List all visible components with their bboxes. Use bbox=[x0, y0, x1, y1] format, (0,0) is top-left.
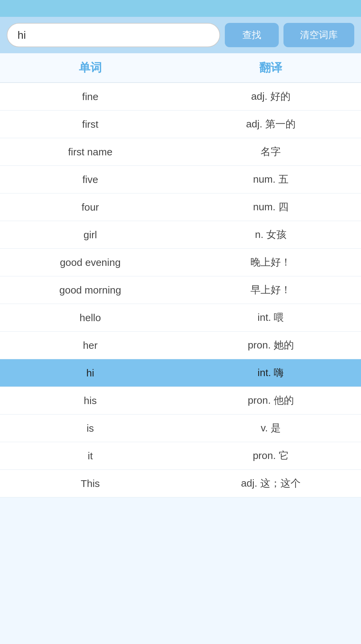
cell-translation: num. 五 bbox=[181, 166, 361, 192]
cell-word: first bbox=[0, 113, 181, 136]
cell-translation: 名字 bbox=[181, 139, 361, 165]
search-area: 查找 清空词库 bbox=[0, 17, 361, 53]
cell-word: hi bbox=[0, 361, 181, 385]
header-word-col: 单词 bbox=[0, 60, 181, 75]
clear-button[interactable]: 清空词库 bbox=[283, 23, 354, 47]
cell-word: hello bbox=[0, 306, 181, 330]
cell-translation: 晚上好！ bbox=[181, 249, 361, 275]
cell-word: his bbox=[0, 389, 181, 412]
cell-word: This bbox=[0, 472, 181, 495]
cell-translation: int. 喂 bbox=[181, 305, 361, 331]
cell-translation: num. 四 bbox=[181, 194, 361, 220]
table-row[interactable]: isv. 是 bbox=[0, 415, 361, 442]
cell-word: girl bbox=[0, 223, 181, 247]
table-row[interactable]: fournum. 四 bbox=[0, 193, 361, 221]
table-row[interactable]: itpron. 它 bbox=[0, 442, 361, 470]
cell-translation: n. 女孩 bbox=[181, 222, 361, 248]
cell-translation: pron. 它 bbox=[181, 443, 361, 469]
cell-translation: v. 是 bbox=[181, 415, 361, 441]
cell-word: good morning bbox=[0, 278, 181, 302]
cell-translation: adj. 第一的 bbox=[181, 111, 361, 137]
cell-translation: adj. 这；这个 bbox=[181, 470, 361, 496]
search-input[interactable] bbox=[7, 23, 220, 47]
table-header: 单词 翻译 bbox=[0, 53, 361, 83]
table-row[interactable]: fineadj. 好的 bbox=[0, 83, 361, 111]
table-body: fineadj. 好的firstadj. 第一的first name名字five… bbox=[0, 83, 361, 497]
cell-word: her bbox=[0, 334, 181, 357]
table-row[interactable]: firstadj. 第一的 bbox=[0, 111, 361, 138]
cell-word: five bbox=[0, 168, 181, 191]
table-row[interactable]: good evening晚上好！ bbox=[0, 249, 361, 276]
table-row[interactable]: hispron. 他的 bbox=[0, 387, 361, 415]
table-row[interactable]: girln. 女孩 bbox=[0, 221, 361, 249]
cell-word: four bbox=[0, 195, 181, 219]
table-row[interactable]: good morning早上好！ bbox=[0, 276, 361, 304]
header-translation-col: 翻译 bbox=[181, 60, 361, 75]
table-row[interactable]: fivenum. 五 bbox=[0, 166, 361, 193]
table-row[interactable]: Thisadj. 这；这个 bbox=[0, 470, 361, 497]
cell-translation: adj. 好的 bbox=[181, 84, 361, 110]
cell-translation: int. 嗨 bbox=[181, 360, 361, 386]
cell-word: fine bbox=[0, 85, 181, 109]
cell-word: good evening bbox=[0, 251, 181, 274]
cell-translation: 早上好！ bbox=[181, 277, 361, 303]
cell-word: first name bbox=[0, 140, 181, 164]
cell-translation: pron. 他的 bbox=[181, 388, 361, 413]
table-row[interactable]: hiint. 嗨 bbox=[0, 359, 361, 387]
status-bar bbox=[0, 0, 361, 17]
cell-word: it bbox=[0, 444, 181, 468]
table-row[interactable]: helloint. 喂 bbox=[0, 304, 361, 332]
table-row[interactable]: herpron. 她的 bbox=[0, 332, 361, 359]
cell-word: is bbox=[0, 417, 181, 440]
table-row[interactable]: first name名字 bbox=[0, 138, 361, 166]
search-button[interactable]: 查找 bbox=[225, 23, 279, 47]
cell-translation: pron. 她的 bbox=[181, 332, 361, 358]
